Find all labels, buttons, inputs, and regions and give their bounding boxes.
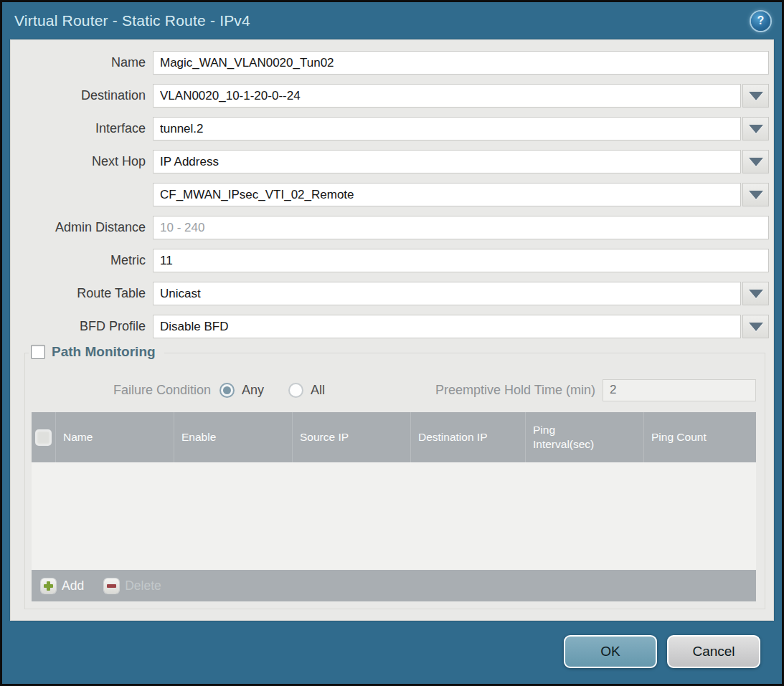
next-hop-type-dropdown-button[interactable] — [742, 150, 769, 173]
column-header-name: Name — [56, 412, 174, 462]
preemptive-hold-time-input[interactable] — [603, 379, 756, 401]
delete-button-label: Delete — [125, 578, 161, 594]
dropdown-arrow-icon — [749, 290, 763, 298]
failure-condition-all-label: All — [311, 383, 325, 398]
name-input[interactable] — [153, 51, 769, 75]
table-toolbar: Add Delete — [32, 570, 756, 601]
column-header-source-ip: Source IP — [293, 412, 411, 462]
delete-button[interactable]: Delete — [104, 578, 161, 594]
next-hop-address-dropdown-button[interactable] — [742, 183, 769, 206]
next-hop-type-combo-input[interactable] — [153, 150, 741, 173]
interface-combo-input[interactable] — [153, 117, 741, 140]
column-header-destination-ip: Destination IP — [411, 412, 526, 462]
form-row-next-hop-address — [11, 183, 769, 206]
dialog-window: Virtual Router - Static Route - IPv4 ? N… — [0, 0, 784, 686]
destination-combo-input[interactable] — [153, 84, 741, 108]
form-row-name: Name — [11, 51, 769, 75]
next-hop-address-combo-input[interactable] — [153, 183, 741, 206]
route-table-label: Route Table — [11, 286, 153, 301]
interface-label: Interface — [11, 121, 153, 136]
failure-condition-all-radio[interactable] — [288, 383, 303, 398]
table-header-row: Name Enable Source IP Destination IP Pin… — [32, 412, 756, 462]
cancel-button[interactable]: Cancel — [667, 635, 760, 668]
dropdown-arrow-icon — [749, 125, 763, 133]
form-row-admin-distance: Admin Distance — [11, 216, 769, 239]
dialog-title: Virtual Router - Static Route - IPv4 — [14, 12, 250, 29]
static-route-form: Name Destination Interface — [11, 40, 773, 338]
table-body-empty — [32, 462, 756, 570]
metric-label: Metric — [11, 253, 153, 268]
next-hop-label: Next Hop — [11, 154, 153, 169]
failure-condition-any-radio[interactable] — [219, 383, 235, 398]
path-monitoring-checkbox[interactable] — [31, 345, 45, 359]
failure-condition-label: Failure Condition — [32, 383, 219, 398]
path-monitoring-group: Path Monitoring Failure Condition Any Al… — [24, 353, 765, 609]
admin-distance-input[interactable] — [153, 216, 769, 239]
preemptive-hold-time-group: Preemptive Hold Time (min) — [435, 379, 758, 401]
column-header-ping-count: Ping Count — [644, 412, 756, 462]
dropdown-arrow-icon — [749, 158, 763, 166]
bfd-profile-combo-input[interactable] — [153, 315, 741, 338]
dialog-body-panel: Name Destination Interface — [10, 39, 774, 621]
form-row-destination: Destination — [11, 84, 769, 108]
dropdown-arrow-icon — [749, 323, 763, 331]
path-monitoring-title: Path Monitoring — [52, 344, 156, 360]
help-icon[interactable]: ? — [751, 11, 770, 31]
dialog-action-buttons: OK Cancel — [564, 635, 760, 668]
admin-distance-label: Admin Distance — [11, 220, 153, 235]
ok-button[interactable]: OK — [564, 635, 657, 668]
add-button[interactable]: Add — [41, 578, 84, 594]
name-label: Name — [11, 55, 153, 70]
interface-dropdown-button[interactable] — [742, 117, 769, 140]
form-row-bfd-profile: BFD Profile — [11, 315, 769, 338]
form-row-next-hop: Next Hop — [11, 150, 769, 173]
select-all-checkbox[interactable] — [37, 431, 50, 444]
add-button-label: Add — [62, 578, 84, 594]
preemptive-hold-time-label: Preemptive Hold Time (min) — [435, 383, 595, 398]
bfd-profile-label: BFD Profile — [11, 319, 153, 334]
table-header-checkbox-cell — [32, 412, 56, 462]
dropdown-arrow-icon — [749, 92, 763, 100]
dialog-titlebar: Virtual Router - Static Route - IPv4 ? — [2, 2, 782, 39]
column-header-ping-interval: Ping Interval(sec) — [526, 412, 644, 462]
add-plus-icon — [41, 578, 56, 594]
destination-label: Destination — [11, 88, 153, 103]
form-row-interface: Interface — [11, 117, 769, 140]
failure-condition-any-label: Any — [242, 383, 264, 398]
column-header-enable: Enable — [174, 412, 293, 462]
destination-dropdown-button[interactable] — [742, 84, 769, 108]
failure-condition-row: Failure Condition Any All Preemptive Hol… — [32, 376, 758, 404]
route-table-combo-input[interactable] — [153, 282, 741, 305]
form-row-route-table: Route Table — [11, 282, 769, 305]
route-table-dropdown-button[interactable] — [742, 282, 769, 305]
path-monitoring-legend: Path Monitoring — [29, 343, 164, 361]
bfd-profile-dropdown-button[interactable] — [742, 315, 769, 338]
delete-minus-icon — [104, 578, 119, 594]
metric-input[interactable] — [153, 249, 769, 272]
dropdown-arrow-icon — [749, 191, 763, 199]
form-row-metric: Metric — [11, 249, 769, 272]
path-monitoring-table: Name Enable Source IP Destination IP Pin… — [32, 412, 756, 601]
